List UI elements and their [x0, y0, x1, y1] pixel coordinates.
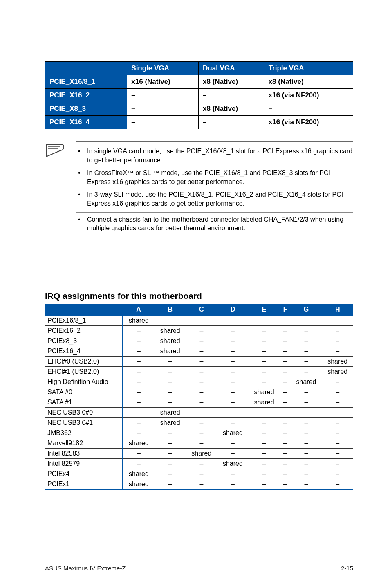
cell: shared	[322, 356, 353, 366]
cell: –	[322, 458, 353, 469]
bullet-icon: •	[76, 190, 87, 208]
table-row: Intel 82579–––shared––––	[45, 458, 353, 469]
cell: shared	[123, 479, 155, 489]
cell: –	[249, 366, 280, 377]
note-text: In single VGA card mode, use the PCIE_X1…	[87, 147, 353, 164]
cell: shared	[186, 448, 217, 458]
cell: –	[186, 366, 217, 377]
table-row: JMB362–––shared––––	[45, 428, 353, 438]
cell: –	[291, 356, 322, 366]
cell: –	[249, 458, 280, 469]
col-b: B	[155, 304, 186, 315]
cell: –	[186, 407, 217, 417]
cell: –	[291, 407, 322, 417]
cell: –	[217, 325, 249, 336]
divider	[76, 212, 353, 213]
cell: –	[322, 336, 353, 346]
cell: –	[280, 366, 290, 377]
col-d: D	[217, 304, 249, 315]
cell: –	[127, 102, 199, 116]
cell: –	[186, 469, 217, 479]
cell: –	[217, 448, 249, 458]
table-row: PCIEx16_4–shared––––––	[45, 346, 353, 356]
col-h: H	[322, 304, 353, 315]
cell: –	[186, 356, 217, 366]
cell: –	[291, 438, 322, 448]
cell: –	[322, 438, 353, 448]
cell: –	[280, 397, 290, 407]
note-text: In 3-way SLI mode, use the PCIE_X16/8_1,…	[87, 190, 353, 208]
col-f: F	[280, 304, 290, 315]
cell: shared	[249, 397, 280, 407]
col-e: E	[249, 304, 280, 315]
cell: –	[291, 469, 322, 479]
cell: –	[322, 448, 353, 458]
table-row: NEC USB3.0#1–shared––––––	[45, 417, 353, 428]
cell: –	[217, 336, 249, 346]
page-footer: ASUS Maximus IV Extreme-Z 2-15	[45, 565, 353, 572]
footer-page-number: 2-15	[341, 565, 353, 572]
cell: –	[127, 89, 199, 102]
cell: –	[280, 448, 290, 458]
cell: shared	[123, 315, 155, 326]
cell: x8 (Native)	[199, 102, 264, 116]
cell: –	[280, 336, 290, 346]
cell: –	[217, 407, 249, 417]
cell: –	[155, 469, 186, 479]
cell: –	[291, 387, 322, 397]
cell: –	[322, 346, 353, 356]
cell: x16 (via NF200)	[264, 116, 353, 129]
cell: –	[249, 448, 280, 458]
cell: shared	[155, 325, 186, 336]
cell: –	[249, 377, 280, 387]
list-item: • In 3-way SLI mode, use the PCIE_X16/8_…	[76, 190, 353, 208]
footer-product: ASUS Maximus IV Extreme-Z	[45, 565, 126, 572]
col-g: G	[291, 304, 322, 315]
cell: shared	[217, 458, 249, 469]
cell: –	[280, 479, 290, 489]
cell: –	[123, 397, 155, 407]
cell: –	[127, 116, 199, 129]
cell: shared	[249, 387, 280, 397]
cell: –	[322, 417, 353, 428]
cell: –	[186, 438, 217, 448]
cell: x16 (via NF200)	[264, 89, 353, 102]
cell: –	[155, 428, 186, 438]
row-label: PCIE_X8_3	[45, 102, 127, 116]
table-row: PCIE_X16_2 – – x16 (via NF200)	[45, 89, 353, 102]
cell: –	[123, 366, 155, 377]
cell: shared	[291, 377, 322, 387]
cell: –	[217, 397, 249, 407]
cell: –	[291, 336, 322, 346]
cell: –	[155, 377, 186, 387]
row-label: Intel 82583	[45, 448, 123, 458]
cell: –	[280, 356, 290, 366]
cell: –	[322, 479, 353, 489]
cell: –	[249, 346, 280, 356]
cell: –	[322, 315, 353, 326]
table-row: NEC USB3.0#0–shared––––––	[45, 407, 353, 417]
bullet-icon: •	[76, 215, 87, 233]
cell: –	[186, 428, 217, 438]
cell: –	[291, 315, 322, 326]
bullet-icon: •	[76, 168, 87, 186]
table-row: SATA #0––––shared–––	[45, 387, 353, 397]
cell: –	[155, 366, 186, 377]
cell: –	[155, 387, 186, 397]
cell: –	[291, 448, 322, 458]
row-label: NEC USB3.0#1	[45, 417, 123, 428]
cell: –	[217, 479, 249, 489]
row-label: PCIEx16/8_1	[45, 315, 123, 326]
cell: –	[249, 336, 280, 346]
row-label: PCIE_X16_2	[45, 89, 127, 102]
cell: –	[280, 438, 290, 448]
row-label: Marvell9182	[45, 438, 123, 448]
cell: –	[186, 458, 217, 469]
table-row: PCIE_X16/8_1 x16 (Native) x8 (Native) x8…	[45, 75, 353, 89]
note-text: In CrossFireX™ or SLI™ mode, use the PCI…	[87, 168, 353, 186]
cell: –	[249, 428, 280, 438]
table-row: PCIEx1shared–––––––	[45, 479, 353, 489]
cell: –	[217, 366, 249, 377]
cell: –	[186, 315, 217, 326]
cell: –	[155, 448, 186, 458]
